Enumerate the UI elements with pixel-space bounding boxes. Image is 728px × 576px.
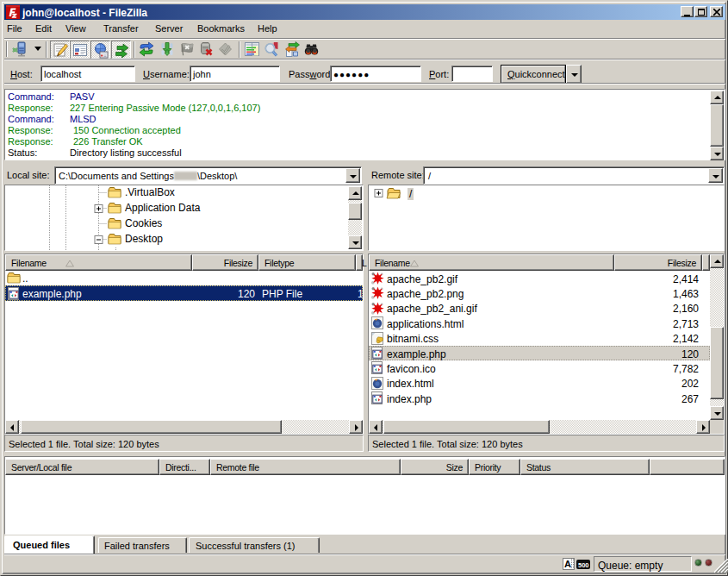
- svg-text:A: A: [564, 559, 571, 569]
- svg-text:500: 500: [578, 561, 589, 569]
